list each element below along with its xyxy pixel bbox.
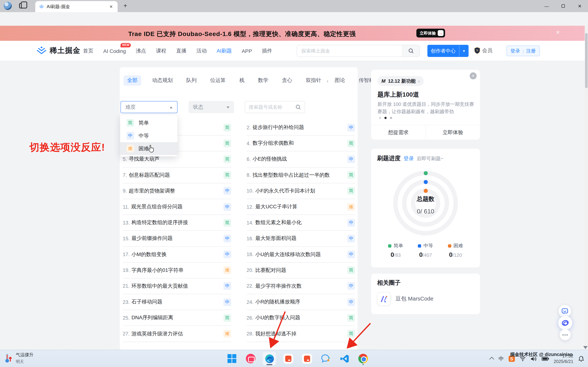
problem-row[interactable]: 6. 小E的怪物挑战 中 (247, 151, 355, 167)
banner-close-icon[interactable]: ✕ (556, 29, 560, 35)
feedback-button[interactable]: 想提需求 (371, 125, 425, 140)
window-maximize-button[interactable] (555, 0, 571, 12)
chrome-taskbar-icon[interactable] (356, 351, 370, 366)
difficulty-select[interactable]: 难度 ▲ (121, 101, 177, 113)
status-select[interactable]: 状态 ▼ (189, 101, 234, 113)
nav-item[interactable]: 插件 (262, 48, 272, 54)
problem-row[interactable]: 4. 数字分组求偶数和 简 (247, 135, 355, 151)
promo-close-icon[interactable]: ✕ (470, 72, 477, 79)
problem-row[interactable]: 17. 小M的数组变换 中 (123, 247, 231, 262)
problem-row[interactable]: 14. 数组元素之和最小化 中 (247, 215, 355, 231)
red-app-1-icon[interactable] (281, 351, 295, 366)
nav-item[interactable]: 沸点 (136, 48, 146, 54)
scrollbar-thumb[interactable] (585, 33, 588, 88)
feedback-widget[interactable] (559, 305, 571, 317)
scrollbar-down-icon[interactable] (583, 346, 588, 349)
login-link[interactable]: 登录 (403, 155, 414, 162)
login-register-button[interactable]: 登录 | 注册 (506, 46, 540, 56)
problem-row[interactable]: 12. 最大UCC子串计算 难 (247, 199, 355, 215)
tab-close-icon[interactable]: ✕ (109, 4, 114, 9)
problem-row[interactable]: 28. 我好想逃却逃不掉 简 (247, 326, 355, 342)
ring-dot-hard (424, 189, 428, 193)
window-minimize-button[interactable]: — (538, 0, 555, 12)
nav-item[interactable]: 课程 (156, 48, 166, 54)
ai-assistant-widget[interactable] (558, 316, 572, 330)
chat-app-icon[interactable] (319, 351, 333, 366)
problem-row[interactable]: 9. 超市里的货物架调整 中 (123, 183, 231, 199)
problem-row[interactable]: 20. 比赛配对问题 简 (247, 262, 355, 278)
ellipsis-icon: ••• (562, 332, 568, 337)
problem-row[interactable]: 13. 构造特定数组的逆序拼接 简 (123, 215, 231, 231)
search-icon[interactable] (295, 104, 301, 110)
category-tab[interactable]: 栈 (237, 75, 247, 86)
problem-row[interactable]: 15. 最少前缀操作问题 中 (123, 231, 231, 247)
edge-taskbar-icon[interactable] (262, 351, 276, 366)
problem-row[interactable]: 7. 创意标题匹配问题 简 (123, 167, 231, 183)
problem-row[interactable]: 19. 字典序最小的01字符串 难 (123, 262, 231, 278)
tray-expand-icon[interactable] (489, 357, 494, 361)
red-app-2-icon[interactable] (300, 351, 314, 366)
browser-profile-avatar[interactable] (4, 2, 12, 10)
category-tab[interactable]: 位运算 (208, 75, 228, 86)
new-tab-button[interactable]: + (124, 2, 127, 9)
taskbar-weather[interactable]: 气温骤升 明天 (4, 352, 34, 364)
nav-item[interactable]: 直播 (176, 48, 186, 54)
category-tab[interactable]: 全部 (124, 75, 141, 86)
problem-row[interactable]: 22. 最少字符串操作次数 中 (247, 278, 355, 294)
category-tab[interactable]: 双指针 (303, 75, 324, 86)
nav-item[interactable]: AI刷题 (217, 48, 232, 54)
category-tab[interactable]: 数学 (255, 75, 271, 86)
dropdown-option[interactable]: 中 中等 (120, 129, 177, 142)
nav-item[interactable]: 首页 (83, 48, 93, 54)
dropdown-option[interactable]: 简 简单 (120, 117, 177, 129)
site-search-input[interactable] (297, 45, 402, 57)
more-widget[interactable]: ••• (560, 329, 571, 340)
chevron-down-icon[interactable]: ▼ (459, 45, 469, 57)
difficulty-badge: 简 (347, 171, 355, 179)
problem-row[interactable]: 26. 小U的数字插入问题 简 (247, 310, 355, 326)
problem-row[interactable]: 16. 最大矩形面积问题 中 (247, 231, 355, 247)
category-tab[interactable]: 队列 (184, 75, 199, 86)
nav-item[interactable]: APP (242, 48, 252, 54)
start-button[interactable] (225, 351, 239, 366)
problem-row[interactable]: 23. 石子移动问题 中 (123, 294, 231, 310)
problem-row[interactable]: 8. 找出整型数组中占比超过一半的数 简 (247, 167, 355, 183)
site-search-button[interactable] (402, 45, 420, 57)
notification-bell-icon[interactable]: z (578, 356, 584, 362)
creator-center-button[interactable]: 创作者中心 ▼ (427, 45, 469, 57)
problem-row[interactable]: 25. DNA序列编辑距离 简 (123, 310, 231, 326)
problem-row[interactable]: 21. 环形数组中的最大贡献值 中 (123, 278, 231, 294)
problem-row[interactable]: 10. 小F的永久代币卡回本计划 简 (247, 183, 355, 199)
promo-tag-pill[interactable]: M 12.12 新功能 › (378, 76, 424, 86)
difficulty-badge: 简 (347, 140, 355, 147)
tabs-next-icon[interactable]: › (334, 78, 336, 84)
category-tab[interactable]: 贪心 (279, 75, 295, 86)
banner-cta-button[interactable]: 立即体验 → (416, 29, 445, 37)
problem-row[interactable]: 2. 徒步旅行中的补给问题 中 (247, 120, 355, 135)
try-now-button[interactable]: 立即体验 (425, 125, 480, 140)
carousel-dot-active[interactable] (384, 117, 386, 119)
browser-tab[interactable]: AI刷题-掘金 ✕ (35, 1, 118, 12)
ime-indicator[interactable]: 中 (498, 355, 504, 362)
vip-entry[interactable]: V 会员 (474, 47, 492, 54)
problem-row[interactable]: 11. 观光景点组合得分问题 中 (123, 199, 231, 215)
scrollbar[interactable] (585, 26, 588, 350)
carousel-dot[interactable] (379, 117, 381, 119)
carousel-dots[interactable] (379, 117, 392, 119)
problem-row[interactable]: 24. 小R的随机播放顺序 中 (247, 294, 355, 310)
circle-item[interactable]: 豆包 MarsCode (377, 292, 433, 306)
problem-search-input[interactable] (249, 104, 295, 110)
camera-app-icon[interactable] (244, 351, 258, 366)
window-close-button[interactable]: ✕ (571, 0, 588, 12)
browser-toolbar: https://juejin.cn/problemset A ••• ↑ (0, 12, 588, 26)
nav-item[interactable]: AI Coding NEW (103, 48, 126, 54)
carousel-dot[interactable] (390, 117, 392, 119)
problem-row[interactable]: 18. 小U的最大连续移动次数问题 中 (247, 247, 355, 262)
workspaces-icon[interactable] (19, 3, 24, 8)
problem-row[interactable]: 27. 游戏英雄升级潜力评估 难 (123, 326, 231, 342)
category-tab[interactable]: 动态规划 (150, 75, 175, 86)
vscode-icon[interactable] (337, 351, 351, 366)
juejin-logo[interactable]: 稀土掘金 (36, 46, 81, 56)
nav-item[interactable]: 活动 (196, 48, 207, 54)
tabs-prev-icon[interactable]: ‹ (327, 78, 328, 84)
